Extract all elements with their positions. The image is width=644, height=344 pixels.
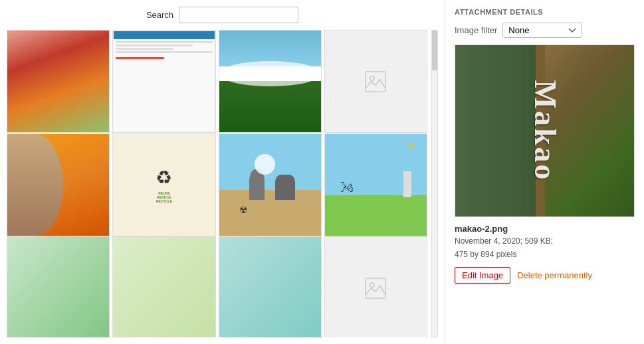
- attachment-details-title: ATTACHMENT DETAILS: [455, 8, 635, 16]
- action-row: Edit Image Delete permanently: [455, 267, 635, 284]
- file-info: makao-2.png November 4, 2020; 509 KB; 47…: [455, 224, 635, 260]
- filter-row: Image filter None Images Audio Video Doc…: [455, 23, 635, 38]
- list-item[interactable]: [324, 30, 427, 133]
- svg-point-1: [370, 76, 375, 80]
- right-panel: ATTACHMENT DETAILS Image filter None Ima…: [445, 0, 644, 344]
- file-meta-line2: 475 by 894 pixels: [455, 248, 635, 260]
- svg-point-3: [370, 283, 375, 288]
- file-meta-line1: November 4, 2020; 509 KB;: [455, 235, 635, 247]
- image-filter-select[interactable]: None Images Audio Video Documents: [502, 23, 582, 38]
- delete-permanently-button[interactable]: Delete permanently: [517, 270, 592, 280]
- placeholder-icon: [362, 275, 389, 301]
- list-item[interactable]: [112, 30, 215, 133]
- list-item[interactable]: [219, 30, 322, 133]
- list-item[interactable]: [7, 30, 110, 133]
- svg-rect-0: [366, 72, 385, 92]
- image-grid: ♻ REUSEREDUCERECYCLE ☢ 🌬 ☀: [7, 30, 430, 337]
- list-item[interactable]: ♻ REUSEREDUCERECYCLE: [112, 133, 215, 236]
- list-item[interactable]: ☢: [219, 133, 322, 236]
- preview-image: Makao: [455, 45, 634, 216]
- file-name: makao-2.png: [455, 224, 635, 234]
- svg-rect-2: [366, 278, 385, 298]
- placeholder-icon: [362, 68, 389, 95]
- list-item[interactable]: [324, 236, 427, 337]
- search-bar: Search: [7, 7, 438, 23]
- list-item[interactable]: [7, 236, 110, 337]
- scrollbar-thumb[interactable]: [432, 31, 437, 70]
- image-grid-wrapper: ♻ REUSEREDUCERECYCLE ☢ 🌬 ☀: [7, 30, 438, 337]
- list-item[interactable]: [219, 236, 322, 337]
- scrollbar[interactable]: [431, 30, 438, 337]
- left-panel: Search: [0, 0, 445, 344]
- list-item[interactable]: 🌬 ☀: [324, 133, 427, 236]
- preview-container: Makao: [455, 44, 635, 217]
- search-input[interactable]: [179, 7, 298, 23]
- list-item[interactable]: [112, 236, 215, 337]
- search-label: Search: [146, 10, 173, 20]
- image-filter-label: Image filter: [455, 25, 497, 35]
- edit-image-button[interactable]: Edit Image: [455, 267, 510, 284]
- list-item[interactable]: [7, 133, 110, 236]
